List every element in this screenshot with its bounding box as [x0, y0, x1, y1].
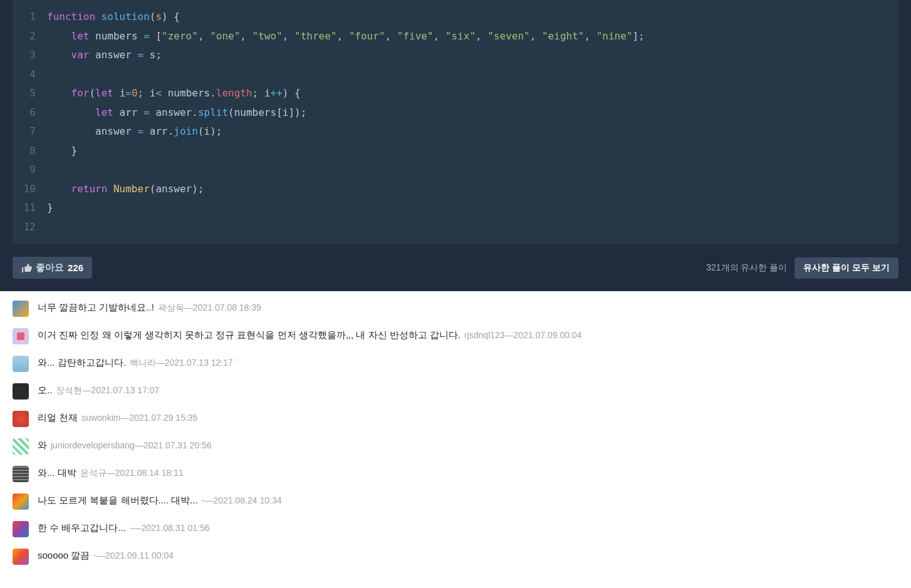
- action-bar: 좋아요 226 321개의 유사한 풀이 유사한 풀이 모두 보기: [0, 257, 911, 291]
- code-line: 12: [13, 218, 898, 237]
- code-content: answer = arr.join(i);: [47, 122, 222, 142]
- comment: 한 수 배우고갑니다...-―2021.08.31 01:56: [13, 521, 898, 537]
- comment-body: 와juniordevelopersbang―2021.07.31 20:56: [38, 438, 212, 453]
- avatar[interactable]: [13, 466, 29, 482]
- like-count: 226: [68, 262, 83, 273]
- comment-text: 와... 대박: [38, 466, 76, 480]
- comment-meta: suwonkim―2021.07.29 15:35: [81, 411, 197, 425]
- comment-text: 나도 모르게 복붙을 해버렸다.... 대박...: [38, 493, 198, 508]
- avatar[interactable]: [13, 411, 29, 427]
- comment-body: 한 수 배우고갑니다...-―2021.08.31 01:56: [38, 521, 210, 535]
- comment-text: 와: [38, 438, 47, 453]
- comment-text: 오..: [38, 383, 52, 398]
- thumbs-up-icon: [21, 262, 32, 273]
- comment-text: sooooo 깔끔: [38, 549, 90, 563]
- comment-meta: -―2021.09.11 00:04: [93, 549, 174, 562]
- code-line: 9: [13, 160, 898, 180]
- code-content: let numbers = ["zero", "one", "two", "th…: [47, 27, 645, 46]
- code-content: }: [47, 142, 77, 161]
- code-content: var answer = s;: [47, 46, 162, 65]
- line-number: 11: [13, 199, 47, 218]
- comment-meta: rjsdnql123―2021.07.09 00:04: [464, 329, 582, 342]
- code-content: }: [47, 199, 53, 218]
- comment-body: 이거 진짜 인정 왜 이렇게 생각히지 못하고 정규 표현식을 먼저 생각했을까…: [38, 328, 582, 343]
- avatar[interactable]: [13, 521, 29, 537]
- line-number: 5: [13, 84, 47, 103]
- comment-meta: -―2021.08.31 01:56: [130, 522, 210, 535]
- comment-body: 리얼 천재suwonkim―2021.07.29 15:35: [38, 411, 197, 425]
- code-content: function solution(s) {: [47, 8, 180, 27]
- comment: 와... 감탄하고갑니다.백나라―2021.07.13 12:17: [13, 356, 898, 372]
- avatar[interactable]: [13, 493, 29, 510]
- comment: 와... 대박윤석규―2021.08.14 18:11: [13, 466, 898, 482]
- line-number: 7: [13, 122, 47, 142]
- comment-meta: 윤석규―2021.08.14 18:11: [80, 467, 184, 480]
- line-number: 2: [13, 27, 47, 46]
- comments-section: 너무 깔끔하고 기발하네요..!곽상욱―2021.07.08 18:39이거 진…: [0, 291, 911, 585]
- comment-body: 나도 모르게 복붙을 해버렸다.... 대박...-―2021.08.24 10…: [38, 493, 282, 508]
- code-line: 2 let numbers = ["zero", "one", "two", "…: [13, 27, 898, 46]
- similar-solutions-count: 321개의 유사한 풀이: [706, 262, 787, 274]
- comment-body: 오..장석현―2021.07.13 17:07: [38, 383, 159, 398]
- code-line: 8 }: [13, 142, 898, 161]
- like-button[interactable]: 좋아요 226: [13, 257, 92, 279]
- right-actions: 321개의 유사한 풀이 유사한 풀이 모두 보기: [706, 257, 898, 279]
- comment: 오..장석현―2021.07.13 17:07: [13, 383, 898, 400]
- comment-body: sooooo 깔끔-―2021.09.11 00:04: [38, 549, 174, 563]
- comment-meta: 백나라―2021.07.13 12:17: [130, 356, 233, 369]
- line-number: 3: [13, 46, 47, 65]
- comment-text: 이거 진짜 인정 왜 이렇게 생각히지 못하고 정규 표현식을 먼저 생각했을까…: [38, 328, 461, 343]
- comment-meta: 장석현―2021.07.13 17:07: [56, 384, 159, 397]
- comment: 나도 모르게 복붙을 해버렸다.... 대박...-―2021.08.24 10…: [13, 493, 898, 510]
- code-line: 5 for(let i=0; i< numbers.length; i++) {: [13, 84, 898, 103]
- avatar[interactable]: [13, 328, 29, 344]
- code-line: 7 answer = arr.join(i);: [13, 122, 898, 142]
- comment: 이거 진짜 인정 왜 이렇게 생각히지 못하고 정규 표현식을 먼저 생각했을까…: [13, 328, 898, 344]
- code-line: 10 return Number(answer);: [13, 180, 898, 199]
- comment-meta: juniordevelopersbang―2021.07.31 20:56: [51, 439, 212, 452]
- code-line: 4: [13, 65, 898, 85]
- comment: sooooo 깔끔-―2021.09.11 00:04: [13, 549, 898, 565]
- comment-meta: -―2021.08.24 10:34: [202, 494, 282, 507]
- code-line: 11}: [13, 199, 898, 218]
- line-number: 8: [13, 142, 47, 161]
- line-number: 9: [13, 160, 47, 180]
- code-line: 6 let arr = answer.split(numbers[i]);: [13, 103, 898, 123]
- code-block[interactable]: 1function solution(s) {2 let numbers = […: [13, 0, 898, 244]
- comment-body: 와... 대박윤석규―2021.08.14 18:11: [38, 466, 184, 480]
- comment-text: 와... 감탄하고갑니다.: [38, 356, 126, 370]
- comment-text: 리얼 천재: [38, 411, 78, 425]
- comment-body: 너무 깔끔하고 기발하네요..!곽상욱―2021.07.08 18:39: [38, 301, 261, 315]
- avatar[interactable]: [13, 383, 29, 400]
- code-line: 1function solution(s) {: [13, 8, 898, 27]
- comment-text: 너무 깔끔하고 기발하네요..!: [38, 301, 154, 315]
- comment-meta: 곽상욱―2021.07.08 18:39: [158, 301, 261, 314]
- comment-text: 한 수 배우고갑니다...: [38, 521, 126, 535]
- comment-body: 와... 감탄하고갑니다.백나라―2021.07.13 12:17: [38, 356, 233, 370]
- line-number: 12: [13, 218, 47, 237]
- line-number: 1: [13, 8, 47, 27]
- comment: 너무 깔끔하고 기발하네요..!곽상욱―2021.07.08 18:39: [13, 301, 898, 317]
- comment: 와juniordevelopersbang―2021.07.31 20:56: [13, 438, 898, 455]
- line-number: 6: [13, 103, 47, 123]
- code-content: let arr = answer.split(numbers[i]);: [47, 103, 306, 123]
- code-content: for(let i=0; i< numbers.length; i++) {: [47, 84, 301, 103]
- code-line: 3 var answer = s;: [13, 46, 898, 65]
- like-label: 좋아요: [36, 262, 64, 274]
- avatar[interactable]: [13, 438, 29, 455]
- view-similar-button[interactable]: 유사한 풀이 모두 보기: [794, 257, 898, 279]
- code-section: 1function solution(s) {2 let numbers = […: [0, 0, 911, 291]
- code-content: return Number(answer);: [47, 180, 204, 199]
- comment: 리얼 천재suwonkim―2021.07.29 15:35: [13, 411, 898, 427]
- avatar[interactable]: [13, 301, 29, 317]
- avatar[interactable]: [13, 549, 29, 565]
- line-number: 10: [13, 180, 47, 199]
- line-number: 4: [13, 65, 47, 85]
- avatar[interactable]: [13, 356, 29, 372]
